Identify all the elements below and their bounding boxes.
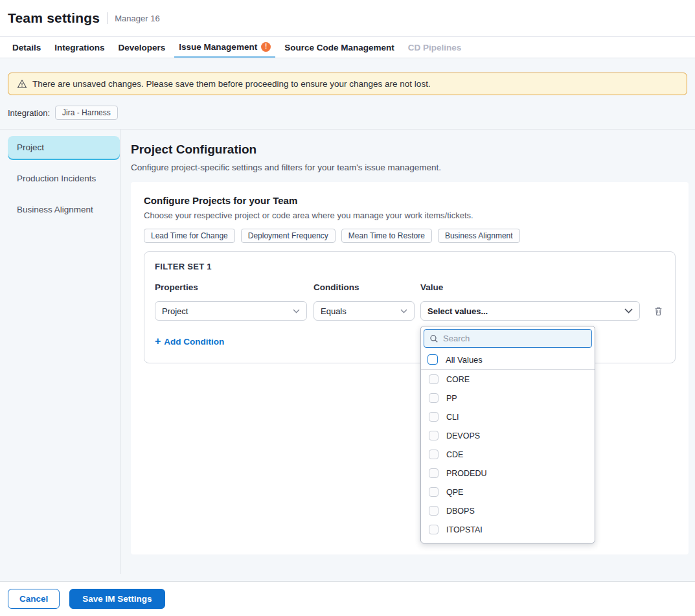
checkbox-icon[interactable] [429,487,439,497]
tab-label: Integrations [54,43,104,52]
checkbox-icon[interactable] [429,525,439,534]
tab-integrations[interactable]: Integrations [50,37,109,58]
tab-label: Developers [119,43,166,52]
add-condition-label: Add Condition [164,337,224,347]
tab-cd-pipelines: CD Pipelines [404,37,466,58]
filter-set-title: FILTER SET 1 [155,262,665,271]
checkbox-icon[interactable] [429,412,439,422]
project-config-card: Configure Projects for your Team Choose … [131,182,689,554]
integration-chip[interactable]: Jira - Harness [55,106,118,120]
chevron-down-icon [400,309,407,314]
checkbox-icon[interactable] [429,468,439,478]
option-all-values[interactable]: All Values [421,350,595,370]
value-dropdown: All Values CORE PP [420,326,595,543]
title-divider [108,12,108,24]
filter-set-1: FILTER SET 1 Properties Conditions Value… [144,251,676,363]
metric-chip-lead-time: Lead Time for Change [144,229,235,243]
dropdown-search [424,329,592,348]
option-label: CORE [446,375,470,384]
page-header: Team settings Manager 16 [0,0,695,37]
column-header-properties: Properties [155,282,307,292]
warning-text: There are unsaved changes. Please save t… [32,79,431,89]
option-pipe[interactable]: PIPE [421,539,595,543]
sidebar-item-business-alignment[interactable]: Business Alignment [8,198,120,221]
option-label: CLI [446,413,459,422]
sidebar-item-label: Production Incidents [17,174,96,183]
option-cde[interactable]: CDE [421,445,595,464]
condition-select[interactable]: Equals [313,301,415,321]
page-subtitle: Manager 16 [115,14,159,23]
magnifier-icon [429,334,439,343]
option-label: ITOPSTAI [446,525,483,534]
integration-row: Integration: Jira - Harness [8,106,687,120]
team-settings-page: Team settings Manager 16 Details Integra… [0,0,695,616]
option-cli[interactable]: CLI [421,407,595,426]
value-multiselect[interactable]: Select values... [420,301,640,321]
property-select[interactable]: Project [155,301,307,321]
card-title: Configure Projects for your Team [144,195,676,206]
section-subtitle: Configure project-specific settings and … [131,163,689,172]
chevron-down-icon [624,308,633,314]
metric-chip-mean-time-to-restore: Mean Time to Restore [341,229,432,243]
property-select-value: Project [162,306,188,316]
option-label: DEVOPS [446,431,480,440]
checkbox-icon[interactable] [427,354,438,365]
option-dbops[interactable]: DBOPS [421,501,595,520]
option-label: DBOPS [446,507,475,516]
checkbox-icon[interactable] [429,506,439,516]
unsaved-changes-banner: There are unsaved changes. Please save t… [8,73,687,95]
action-footer: Cancel Save IM Settings [0,581,695,616]
option-label: PRODEDU [446,469,487,478]
sidebar-item-label: Business Alignment [17,205,93,214]
option-qpe[interactable]: QPE [421,483,595,501]
settings-sidebar: Project Production Incidents Business Al… [0,130,120,587]
triangle-exclamation-icon [17,79,27,89]
column-header-value: Value [420,282,640,292]
checkbox-icon[interactable] [429,393,439,403]
option-itopstai[interactable]: ITOPSTAI [421,520,595,539]
option-core[interactable]: CORE [421,370,595,389]
column-header-conditions: Conditions [313,282,415,292]
value-select-placeholder: Select values... [427,306,488,316]
checkbox-icon[interactable] [429,450,439,459]
filter-row: Project Equals [155,301,665,321]
trash-icon [654,306,663,316]
option-prodedu[interactable]: PRODEDU [421,464,595,483]
tab-source-code-management[interactable]: Source Code Management [280,37,399,58]
chevron-down-icon [293,309,300,314]
tab-issue-management[interactable]: Issue Management ! [174,37,275,58]
search-input[interactable] [443,334,586,343]
condition-select-value: Equals [321,306,347,316]
option-devops[interactable]: DEVOPS [421,426,595,445]
page-title: Team settings [8,10,100,26]
section-title: Project Configuration [131,143,689,157]
delete-filter-row-button[interactable] [652,304,665,317]
tab-label: Details [12,43,41,52]
checkbox-icon[interactable] [429,374,439,384]
tab-details[interactable]: Details [8,37,45,58]
plus-icon: + [155,336,161,347]
metric-chip-row: Lead Time for Change Deployment Frequenc… [144,229,676,243]
option-pp[interactable]: PP [421,389,595,407]
tab-bar: Details Integrations Developers Issue Ma… [0,37,695,58]
alert-circle-icon: ! [261,42,271,52]
metric-chip-business-alignment: Business Alignment [438,229,520,243]
sidebar-item-production-incidents[interactable]: Production Incidents [8,167,120,190]
tab-label: Issue Management [179,42,257,52]
integration-label: Integration: [8,108,50,118]
tab-developers[interactable]: Developers [114,37,170,58]
content-region: Project Production Incidents Business Al… [0,129,695,587]
option-label: All Values [446,355,483,365]
tab-label: CD Pipelines [408,43,462,52]
cancel-button[interactable]: Cancel [8,589,60,609]
option-label: QPE [446,488,463,497]
metric-chip-deployment-frequency: Deployment Frequency [241,229,336,243]
sidebar-item-project[interactable]: Project [8,136,120,159]
save-im-settings-button[interactable]: Save IM Settings [69,589,165,609]
main-area: Project Configuration Configure project-… [120,130,695,587]
option-label: PP [446,394,457,403]
option-label: CDE [446,450,463,459]
card-subtitle: Choose your respective project or code a… [144,211,676,220]
checkbox-icon[interactable] [429,431,439,440]
tab-label: Source Code Management [284,43,394,52]
